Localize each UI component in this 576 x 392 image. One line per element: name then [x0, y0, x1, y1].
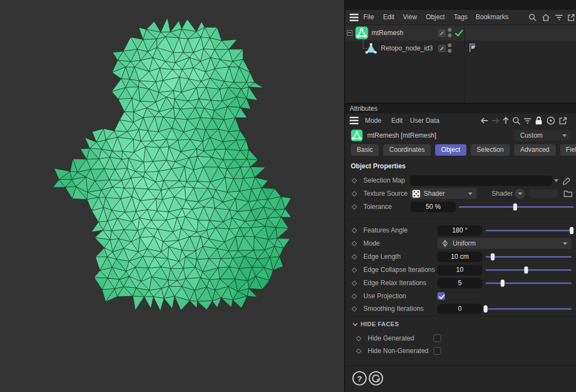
enabled-check-icon[interactable]	[454, 29, 464, 37]
selection-map-input[interactable]	[410, 175, 552, 186]
keyframe-diamond-icon[interactable]	[352, 294, 357, 299]
smoothing-slider[interactable]	[486, 304, 572, 314]
om-menu-file[interactable]: File	[363, 10, 374, 25]
keyframe-diamond-icon[interactable]	[356, 336, 362, 342]
edge-relax-slider[interactable]	[486, 278, 572, 288]
smoothing-field[interactable]: 0	[437, 304, 482, 314]
om-menu-edit[interactable]: Edit	[383, 10, 395, 25]
remesh-generator-icon[interactable]	[355, 26, 368, 39]
retopo-node-icon[interactable]	[365, 42, 377, 54]
slider-track[interactable]	[486, 230, 572, 231]
attributes-title-bar: Attributes	[345, 103, 576, 114]
edge-collapse-slider[interactable]	[486, 265, 572, 275]
attr-menu-mode[interactable]: Mode	[365, 113, 381, 128]
attributes-menubar: Mode Edit User Data	[345, 113, 576, 128]
visibility-dots-icon[interactable]	[448, 43, 452, 54]
keyframe-diamond-icon[interactable]	[352, 204, 357, 210]
new-window-icon[interactable]	[558, 116, 568, 126]
visibility-dots-icon[interactable]	[448, 28, 452, 39]
slider-handle[interactable]	[491, 253, 494, 260]
object-name[interactable]: mtRemesh	[372, 25, 403, 41]
refresh-icon[interactable]	[368, 371, 384, 386]
features-angle-field[interactable]: 180 °	[437, 225, 482, 236]
tolerance-field[interactable]: 50 %	[410, 202, 456, 212]
slider-handle[interactable]	[484, 305, 488, 313]
slider-track[interactable]	[486, 269, 572, 271]
layer-edit-icon[interactable]	[438, 45, 446, 52]
edge-length-field[interactable]: 10 cm	[437, 252, 482, 262]
tab-selection[interactable]: Selection	[471, 144, 510, 156]
slider-track[interactable]	[486, 256, 572, 258]
use-projection-checkbox[interactable]	[437, 292, 445, 300]
forward-icon[interactable]	[491, 116, 500, 126]
hide-generated-checkbox[interactable]	[434, 334, 441, 342]
flag-tag-icon[interactable]	[468, 43, 478, 54]
eyedropper-icon[interactable]	[561, 175, 572, 186]
layer-edit-icon[interactable]	[438, 30, 446, 37]
lock-icon[interactable]	[534, 116, 544, 126]
keyframe-diamond-icon[interactable]	[352, 178, 357, 184]
keyframe-diamond-icon[interactable]	[352, 281, 357, 286]
keyframe-diamond-icon[interactable]	[352, 254, 357, 260]
chevron-down-icon	[468, 192, 472, 195]
hamburger-menu-icon[interactable]	[350, 117, 360, 124]
tolerance-slider[interactable]	[459, 202, 574, 212]
shader-link-field[interactable]	[528, 189, 558, 198]
texture-source-dropdown[interactable]: Shader	[410, 188, 477, 199]
attr-menu-edit[interactable]: Edit	[391, 113, 403, 128]
tab-object[interactable]: Object	[435, 144, 466, 156]
viewport-3d[interactable]	[0, 0, 345, 392]
object-manager-topstrip	[345, 0, 576, 10]
slider-handle[interactable]	[524, 266, 528, 274]
slider-handle[interactable]	[513, 203, 517, 211]
tab-advanced[interactable]: Advanced	[514, 144, 555, 156]
search-icon[interactable]	[512, 116, 521, 126]
object-name[interactable]: Retopo_node_id3	[381, 41, 433, 56]
filter-icon[interactable]	[523, 116, 532, 126]
new-window-icon[interactable]	[567, 13, 575, 22]
target-icon[interactable]	[546, 116, 556, 126]
row-label: Hide Generated	[368, 332, 414, 345]
mode-dropdown[interactable]: Uniform	[437, 238, 572, 249]
om-menu-bookmarks[interactable]: Bookmarks	[476, 10, 509, 25]
object-row-retopo-node[interactable]: Retopo_node_id3	[345, 41, 576, 56]
shader-picker-button[interactable]	[515, 189, 525, 199]
help-icon[interactable]: ?	[352, 371, 367, 386]
edge-length-slider[interactable]	[486, 252, 572, 262]
search-icon[interactable]	[528, 13, 537, 22]
hide-non-generated-checkbox[interactable]	[434, 347, 441, 355]
keyframe-diamond-icon[interactable]	[352, 306, 357, 312]
tree-collapse-icon[interactable]	[347, 30, 352, 36]
folder-icon[interactable]	[563, 189, 573, 198]
slider-track[interactable]	[486, 308, 572, 310]
chevron-down-icon[interactable]	[554, 179, 558, 182]
attr-menu-userdata[interactable]: User Data	[410, 113, 440, 128]
tab-basic[interactable]: Basic	[351, 144, 379, 156]
back-icon[interactable]	[480, 116, 489, 126]
keyframe-diamond-icon[interactable]	[356, 349, 362, 354]
hamburger-menu-icon[interactable]	[350, 14, 360, 21]
om-menu-object[interactable]: Object	[426, 10, 445, 25]
om-menu-view[interactable]: View	[403, 10, 417, 25]
slider-handle[interactable]	[570, 227, 574, 234]
slider-track[interactable]	[486, 282, 572, 284]
keyframe-diamond-icon[interactable]	[352, 228, 357, 234]
object-row-mtremesh[interactable]: mtRemesh	[345, 25, 576, 41]
keyframe-diamond-icon[interactable]	[352, 241, 357, 247]
om-menu-tags[interactable]: Tags	[454, 10, 467, 25]
up-icon[interactable]	[501, 116, 511, 126]
filter-icon[interactable]	[555, 13, 563, 22]
tab-fields[interactable]: Fields	[560, 144, 576, 156]
edge-relax-field[interactable]: 5	[437, 278, 482, 288]
texture-source-value: Shader	[424, 188, 445, 199]
keyframe-diamond-icon[interactable]	[352, 191, 357, 197]
chevron-down-icon[interactable]	[352, 322, 358, 326]
home-icon[interactable]	[541, 13, 550, 22]
features-angle-slider[interactable]	[486, 225, 572, 236]
edge-collapse-field[interactable]: 10	[437, 265, 482, 275]
slider-handle[interactable]	[501, 280, 505, 287]
tab-coordinates[interactable]: Coordinates	[383, 144, 431, 156]
keyframe-diamond-icon[interactable]	[352, 268, 357, 273]
hide-faces-group-header[interactable]: HIDE FACES	[345, 319, 576, 329]
preset-dropdown[interactable]: Custom	[514, 130, 571, 141]
